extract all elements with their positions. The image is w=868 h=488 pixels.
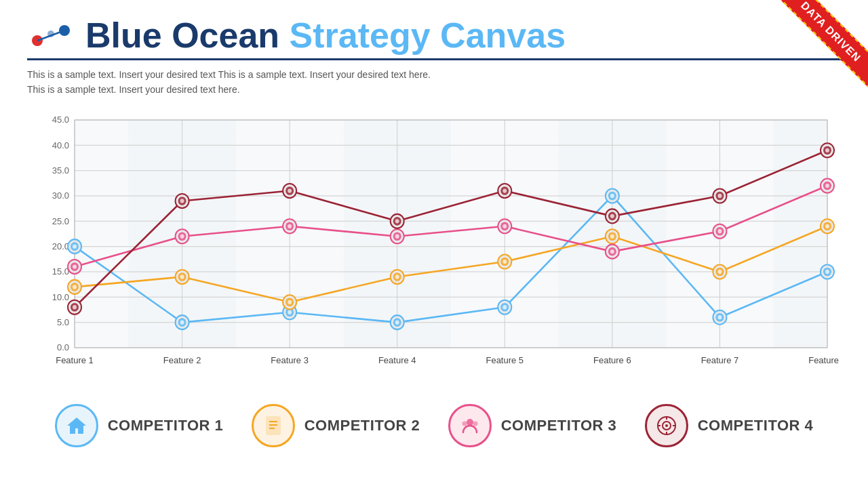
legend-item-comp3[interactable]: COMPETITOR 3 xyxy=(448,404,617,447)
legend-label-comp4: COMPETITOR 4 xyxy=(698,417,814,434)
svg-text:Feature 8: Feature 8 xyxy=(808,355,841,365)
title-part2: Strategy Canvas xyxy=(290,16,566,55)
svg-point-123 xyxy=(73,305,77,309)
legend-item-comp2[interactable]: COMPETITOR 2 xyxy=(252,404,420,447)
svg-point-126 xyxy=(180,199,184,203)
svg-point-93 xyxy=(717,270,722,274)
svg-point-114 xyxy=(610,249,614,253)
legend-icon-comp1 xyxy=(55,404,98,447)
chart-area: 0.05.010.015.020.025.030.035.040.045.0Fe… xyxy=(27,106,841,390)
svg-point-69 xyxy=(717,315,722,319)
svg-point-151 xyxy=(473,421,477,426)
logo xyxy=(27,20,75,51)
svg-point-132 xyxy=(395,219,399,223)
svg-point-117 xyxy=(717,229,722,233)
svg-point-63 xyxy=(502,305,507,309)
svg-point-72 xyxy=(825,270,829,274)
svg-point-66 xyxy=(610,194,614,198)
svg-point-96 xyxy=(825,224,829,228)
header: Blue Ocean Strategy Canvas xyxy=(0,0,868,56)
line-chart: 0.05.010.015.020.025.030.035.040.045.0Fe… xyxy=(27,106,841,390)
svg-point-111 xyxy=(502,224,507,228)
svg-point-78 xyxy=(180,274,184,279)
legend: COMPETITOR 1 COMPETITOR 2 COMPETITOR 3 xyxy=(0,393,868,458)
title-part1: Blue Ocean xyxy=(85,16,290,55)
legend-item-comp1[interactable]: COMPETITOR 1 xyxy=(55,404,224,447)
svg-text:45.0: 45.0 xyxy=(52,115,69,125)
svg-point-84 xyxy=(395,274,399,279)
svg-rect-4 xyxy=(75,120,128,348)
svg-text:30.0: 30.0 xyxy=(52,190,69,201)
ribbon-text: DATA DRIVEN xyxy=(774,0,868,89)
svg-point-57 xyxy=(288,310,292,314)
legend-icon-comp4 xyxy=(645,404,688,447)
legend-label-comp1: COMPETITOR 1 xyxy=(108,417,224,434)
svg-text:Feature 3: Feature 3 xyxy=(271,355,309,365)
svg-text:Feature 4: Feature 4 xyxy=(378,355,416,365)
svg-point-54 xyxy=(180,320,184,324)
svg-point-60 xyxy=(395,320,399,324)
svg-text:Feature 1: Feature 1 xyxy=(56,355,94,365)
svg-point-87 xyxy=(502,260,507,264)
svg-point-75 xyxy=(73,285,77,289)
svg-point-144 xyxy=(825,148,829,152)
legend-label-comp2: COMPETITOR 2 xyxy=(304,417,420,434)
subtitle-text: This is a sample text. Insert your desir… xyxy=(0,60,475,98)
legend-icon-comp3 xyxy=(448,404,492,447)
svg-point-135 xyxy=(502,188,507,192)
svg-text:0.0: 0.0 xyxy=(57,342,69,352)
svg-text:Feature 7: Feature 7 xyxy=(701,355,739,365)
svg-point-108 xyxy=(395,234,399,238)
svg-point-129 xyxy=(288,188,292,192)
svg-point-138 xyxy=(610,214,614,218)
svg-text:25.0: 25.0 xyxy=(52,216,69,226)
svg-text:35.0: 35.0 xyxy=(52,165,69,175)
legend-icon-comp2 xyxy=(252,404,295,447)
page-title: Blue Ocean Strategy Canvas xyxy=(85,15,566,56)
svg-point-102 xyxy=(180,234,184,238)
svg-point-154 xyxy=(665,424,668,427)
svg-text:5.0: 5.0 xyxy=(57,317,69,327)
legend-label-comp3: COMPETITOR 3 xyxy=(501,417,617,434)
svg-point-99 xyxy=(73,264,77,268)
svg-text:20.0: 20.0 xyxy=(52,241,69,251)
svg-point-141 xyxy=(717,194,722,198)
svg-point-105 xyxy=(288,224,292,228)
svg-text:40.0: 40.0 xyxy=(52,140,69,150)
svg-point-149 xyxy=(467,419,473,426)
svg-text:Feature 5: Feature 5 xyxy=(486,355,524,365)
svg-point-81 xyxy=(288,300,292,304)
svg-text:10.0: 10.0 xyxy=(52,291,69,302)
svg-point-120 xyxy=(825,184,829,188)
svg-point-90 xyxy=(610,234,614,238)
svg-point-51 xyxy=(73,244,77,248)
legend-item-comp4[interactable]: COMPETITOR 4 xyxy=(645,404,814,447)
svg-text:15.0: 15.0 xyxy=(52,266,69,277)
svg-text:Feature 2: Feature 2 xyxy=(163,355,201,365)
data-driven-ribbon: DATA DRIVEN xyxy=(746,0,868,122)
svg-text:Feature 6: Feature 6 xyxy=(593,355,631,365)
svg-point-150 xyxy=(462,421,467,426)
